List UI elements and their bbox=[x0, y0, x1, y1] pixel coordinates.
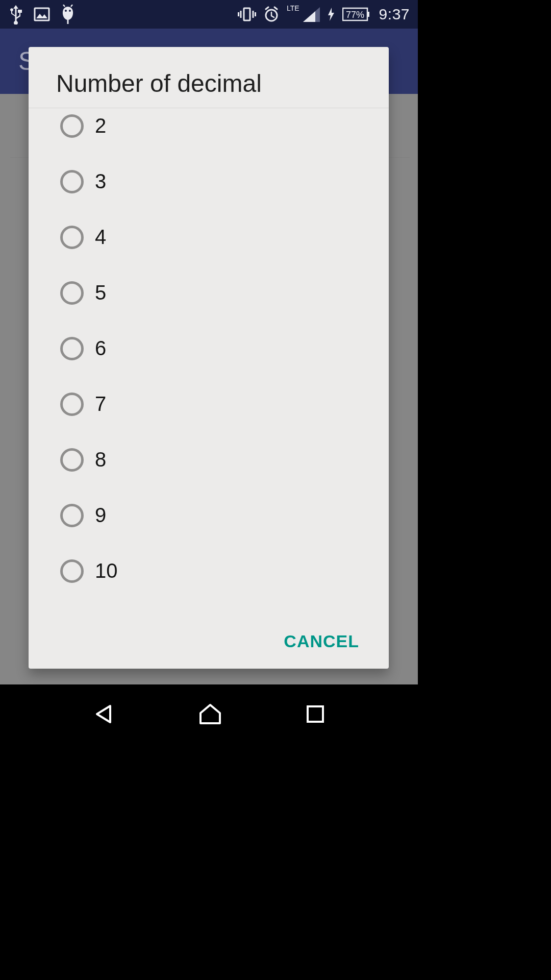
radio-option-8[interactable]: 8 bbox=[29, 432, 389, 487]
recent-apps-button[interactable] bbox=[306, 704, 325, 724]
svg-rect-4 bbox=[244, 8, 250, 20]
clock-time: 9:37 bbox=[379, 6, 410, 23]
cancel-button[interactable]: CANCEL bbox=[284, 631, 359, 651]
radio-unchecked-icon bbox=[60, 281, 84, 305]
signal-icon bbox=[303, 7, 320, 22]
status-left-icons bbox=[8, 4, 76, 24]
vibrate-icon bbox=[238, 7, 256, 22]
radio-option-2[interactable]: 2 bbox=[29, 108, 389, 154]
number-of-decimal-dialog: Number of decimal 2 3 4 5 6 bbox=[29, 47, 389, 669]
dialog-actions: CANCEL bbox=[29, 622, 389, 669]
radio-option-5[interactable]: 5 bbox=[29, 265, 389, 321]
usb-icon bbox=[8, 4, 23, 24]
radio-unchecked-icon bbox=[60, 170, 84, 193]
status-bar: LTE 77% 9:37 bbox=[0, 0, 418, 29]
radio-option-7[interactable]: 7 bbox=[29, 376, 389, 432]
radio-unchecked-icon bbox=[60, 393, 84, 416]
svg-rect-0 bbox=[35, 8, 49, 20]
radio-label: 6 bbox=[95, 337, 106, 360]
battery-indicator: 77% bbox=[342, 7, 370, 21]
svg-rect-11 bbox=[367, 12, 369, 17]
radio-option-6[interactable]: 6 bbox=[29, 321, 389, 376]
status-right-icons: LTE 77% 9:37 bbox=[238, 6, 410, 23]
radio-label: 2 bbox=[95, 114, 106, 137]
radio-unchecked-icon bbox=[60, 504, 84, 527]
svg-point-1 bbox=[65, 10, 67, 12]
svg-rect-13 bbox=[308, 706, 323, 722]
lte-label: LTE bbox=[287, 4, 299, 12]
image-icon bbox=[34, 6, 50, 22]
radio-unchecked-icon bbox=[60, 226, 84, 249]
radio-label: 8 bbox=[95, 448, 106, 471]
dialog-title: Number of decimal bbox=[56, 69, 361, 97]
charging-icon bbox=[327, 7, 335, 21]
alarm-icon bbox=[263, 6, 280, 22]
navigation-bar bbox=[0, 684, 418, 743]
radio-unchecked-icon bbox=[60, 337, 84, 360]
dialog-options-list[interactable]: 2 3 4 5 6 7 8 bbox=[29, 108, 389, 622]
home-button[interactable] bbox=[198, 703, 222, 725]
radio-label: 7 bbox=[95, 393, 106, 415]
radio-label: 10 bbox=[95, 559, 118, 582]
debug-icon bbox=[60, 5, 76, 24]
svg-text:77%: 77% bbox=[346, 10, 364, 20]
radio-option-3[interactable]: 3 bbox=[29, 154, 389, 209]
back-button[interactable] bbox=[93, 703, 115, 725]
radio-unchecked-icon bbox=[60, 114, 84, 138]
radio-label: 4 bbox=[95, 226, 106, 249]
radio-unchecked-icon bbox=[60, 448, 84, 472]
radio-label: 3 bbox=[95, 170, 106, 193]
dialog-header: Number of decimal bbox=[29, 47, 389, 108]
radio-unchecked-icon bbox=[60, 559, 84, 583]
radio-label: 9 bbox=[95, 504, 106, 527]
radio-label: 5 bbox=[95, 281, 106, 304]
radio-option-4[interactable]: 4 bbox=[29, 209, 389, 265]
svg-point-2 bbox=[69, 10, 71, 12]
radio-option-10[interactable]: 10 bbox=[29, 543, 389, 599]
radio-option-9[interactable]: 9 bbox=[29, 487, 389, 543]
